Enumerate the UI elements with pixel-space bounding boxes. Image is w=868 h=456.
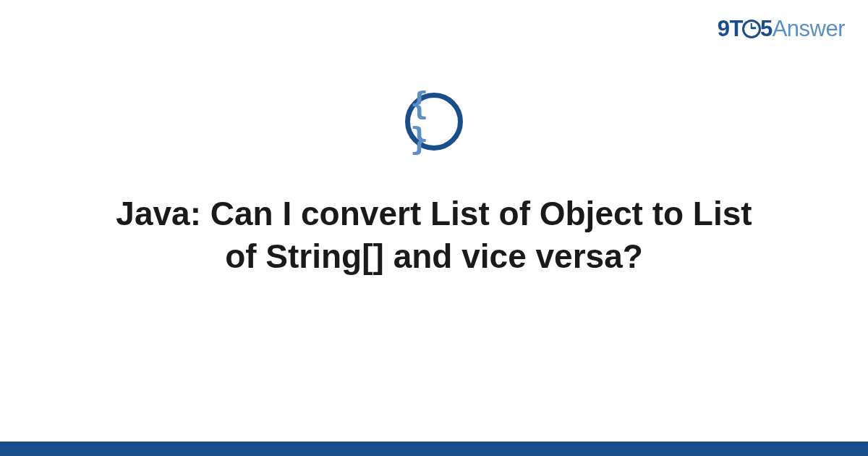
- footer-bar: [0, 442, 868, 456]
- site-logo: 9T5Answer: [718, 16, 845, 42]
- main-content: { } Java: Can I convert List of Object t…: [0, 93, 868, 278]
- logo-text-5: 5: [760, 16, 773, 41]
- code-braces-icon: { }: [410, 86, 458, 157]
- logo-text-9t: 9T: [718, 16, 743, 41]
- question-title: Java: Can I convert List of Object to Li…: [72, 193, 796, 278]
- category-icon-circle: { }: [405, 93, 463, 151]
- logo-text-answer: Answer: [773, 16, 845, 41]
- clock-icon: [742, 20, 761, 38]
